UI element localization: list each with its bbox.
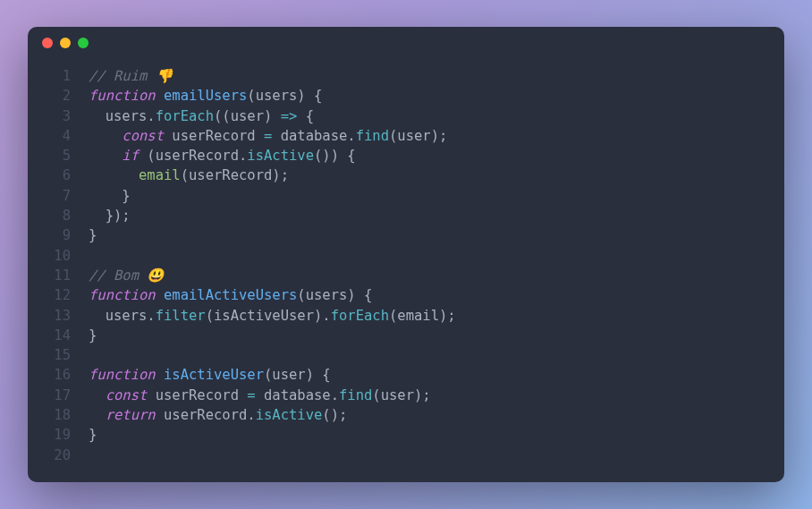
code-token: (user) { [264, 367, 331, 383]
code-token: (); [322, 407, 347, 423]
code-line[interactable] [89, 445, 784, 465]
code-token: (users) { [297, 287, 372, 303]
code-token: forEach [156, 108, 214, 124]
line-number: 14 [28, 326, 71, 345]
code-token: } [89, 327, 97, 344]
code-line[interactable]: } [89, 326, 784, 345]
code-line[interactable]: users.forEach((user) => { [89, 106, 784, 126]
code-token: . [147, 308, 155, 324]
code-line[interactable]: } [89, 425, 784, 445]
minimize-icon[interactable] [60, 38, 71, 48]
code-token: (user); [389, 128, 447, 144]
code-token [89, 167, 139, 183]
code-line[interactable]: function emailUsers(users) { [89, 86, 784, 106]
code-token: } [89, 427, 97, 443]
code-token [156, 287, 164, 303]
code-token: const [122, 128, 164, 144]
code-line[interactable]: // Bom 😃 [89, 266, 784, 285]
line-number: 18 [28, 405, 71, 425]
code-token: ) [264, 108, 281, 124]
line-number: 8 [28, 206, 71, 225]
code-token: . [331, 387, 339, 403]
code-token: . [239, 148, 247, 164]
code-token: }); [89, 208, 131, 224]
line-number: 3 [28, 106, 71, 126]
code-editor[interactable]: 1234567891011121314151617181920 // Ruim … [28, 59, 784, 482]
code-token: = [264, 128, 272, 144]
line-number: 6 [28, 165, 71, 185]
code-token: database [256, 387, 331, 403]
code-line[interactable]: // Ruim 👎 [89, 66, 784, 86]
code-token: isActiveUser [164, 367, 264, 383]
code-token: isActive [247, 148, 314, 164]
code-line[interactable]: } [89, 225, 784, 245]
code-line[interactable] [89, 345, 784, 365]
line-number: 11 [28, 266, 71, 285]
code-token: } [89, 188, 131, 204]
code-line[interactable]: if (userRecord.isActive()) { [89, 146, 784, 165]
maximize-icon[interactable] [78, 38, 89, 48]
code-token: users [89, 108, 147, 124]
code-token: => [281, 108, 298, 124]
code-content[interactable]: // Ruim 👎function emailUsers(users) { us… [89, 66, 784, 468]
code-token: . [322, 308, 330, 324]
code-line[interactable]: const userRecord = database.find(user); [89, 386, 784, 405]
code-token: ()) { [314, 148, 356, 164]
line-number: 10 [28, 246, 71, 266]
code-token: . [247, 407, 255, 423]
code-token: user [231, 108, 264, 124]
code-line[interactable]: email(userRecord); [89, 165, 784, 185]
code-line[interactable]: users.filter(isActiveUser).forEach(email… [89, 306, 784, 326]
close-icon[interactable] [42, 38, 53, 48]
line-number: 2 [28, 86, 71, 106]
code-token: (( [214, 108, 231, 124]
line-number: 12 [28, 285, 71, 305]
code-line[interactable]: return userRecord.isActive(); [89, 405, 784, 425]
line-number: 15 [28, 345, 71, 365]
code-token: users [89, 308, 147, 324]
line-number: 17 [28, 386, 71, 405]
code-token: userRecord [156, 407, 248, 423]
line-number: 16 [28, 365, 71, 385]
code-token: if [122, 148, 139, 164]
code-line[interactable] [89, 246, 784, 266]
code-token: (email); [389, 308, 456, 324]
code-token: isActive [256, 407, 323, 423]
code-token: userRecord [147, 387, 247, 403]
code-token [156, 367, 164, 383]
code-token: find [339, 387, 372, 403]
code-token: find [356, 128, 389, 144]
code-token: (userRecord); [181, 167, 289, 183]
line-number: 5 [28, 146, 71, 165]
line-number: 7 [28, 186, 71, 206]
code-line[interactable]: }); [89, 206, 784, 225]
line-number: 1 [28, 66, 71, 86]
code-line[interactable]: function isActiveUser(user) { [89, 365, 784, 385]
code-token: } [89, 227, 97, 243]
code-token: { [297, 108, 314, 124]
code-token: function [89, 287, 156, 303]
code-token: function [89, 367, 156, 383]
code-token: userRecord [164, 128, 264, 144]
code-token: emailActiveUsers [164, 287, 297, 303]
code-line[interactable]: const userRecord = database.find(user); [89, 126, 784, 146]
code-token: // Bom 😃 [89, 267, 164, 284]
code-token [89, 407, 106, 423]
line-number: 4 [28, 126, 71, 146]
line-number: 13 [28, 306, 71, 326]
code-token [89, 148, 122, 164]
code-token: forEach [331, 308, 389, 324]
code-token [89, 128, 122, 144]
code-token: (users) { [247, 88, 322, 104]
code-line[interactable]: function emailActiveUsers(users) { [89, 285, 784, 305]
code-token: (isActiveUser) [206, 308, 323, 324]
code-token: (user); [372, 387, 430, 403]
code-line[interactable]: } [89, 186, 784, 206]
code-token: const [106, 387, 148, 403]
code-token: (userRecord [139, 148, 239, 164]
line-number: 19 [28, 425, 71, 445]
code-window: 1234567891011121314151617181920 // Ruim … [28, 27, 784, 482]
line-number: 20 [28, 445, 71, 465]
code-token: // Ruim 👎 [89, 68, 173, 84]
code-token: = [247, 387, 255, 403]
